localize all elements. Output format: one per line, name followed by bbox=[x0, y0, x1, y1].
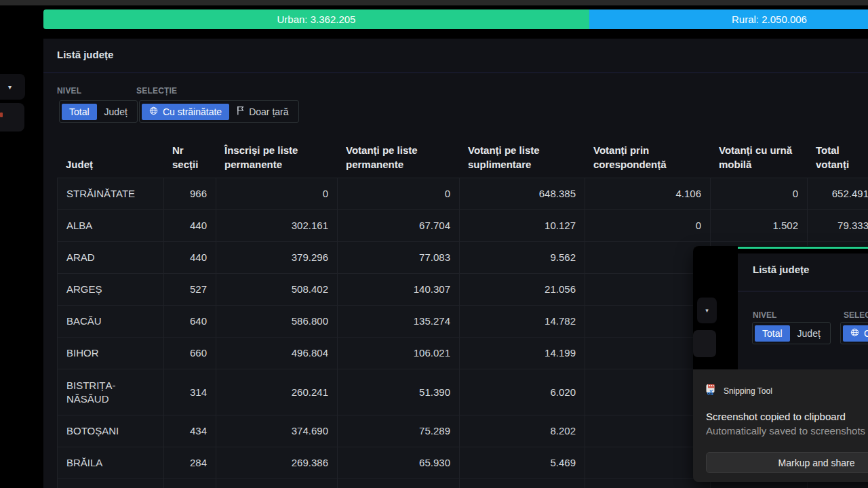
nivel-option-total[interactable]: Total bbox=[62, 104, 97, 120]
table-cell: 508.402 bbox=[216, 274, 337, 305]
sidebar-collapse-button[interactable]: ▾ bbox=[0, 74, 25, 100]
table-header-row: JudețNr secțiiÎnscriși pe liste permanen… bbox=[57, 135, 868, 178]
nivel-option-total-label: Total bbox=[69, 106, 90, 117]
preview-nivel-total: Total bbox=[755, 325, 790, 342]
preview-nivel-judet: Județ bbox=[790, 325, 828, 342]
table-cell: 51.390 bbox=[337, 369, 459, 415]
toast-subtitle: Automatically saved to screenshots fo bbox=[706, 425, 868, 436]
table-cell: 140.307 bbox=[337, 274, 459, 305]
column-header[interactable]: Votanți cu urnă mobilă bbox=[710, 143, 807, 171]
table-cell: 0 bbox=[710, 178, 807, 209]
nivel-option-judet[interactable]: Județ bbox=[97, 104, 135, 120]
selectie-option-strainatate-label: Cu străinătate bbox=[163, 106, 222, 117]
preview-panel-title: Listă județe bbox=[753, 264, 809, 275]
nivel-option-judet-label: Județ bbox=[104, 106, 127, 117]
column-header[interactable]: Județ bbox=[57, 157, 163, 171]
table-cell: 269.386 bbox=[216, 447, 337, 479]
toast-app-name: Snipping Tool bbox=[724, 386, 772, 396]
table-cell: 966 bbox=[163, 178, 216, 209]
preview-nivel-label: NIVEL bbox=[753, 310, 776, 320]
preview-panel: Listă județe NIVEL SELECȚIE Total Județ … bbox=[738, 253, 868, 369]
table-cell: 6.020 bbox=[459, 369, 585, 415]
table-cell: 21.056 bbox=[459, 274, 585, 305]
table-cell: 440 bbox=[163, 242, 216, 273]
column-header[interactable]: Votanți prin corespondență bbox=[585, 143, 710, 171]
globe-icon bbox=[149, 106, 158, 117]
table-cell: 79.333 bbox=[807, 210, 868, 241]
table-cell: BIHOR bbox=[57, 338, 163, 369]
preview-sidebar-fragment bbox=[693, 330, 716, 357]
column-header[interactable]: Votanți pe liste permanente bbox=[337, 143, 459, 171]
table-cell: 135.274 bbox=[337, 306, 459, 337]
table-cell: 379.296 bbox=[216, 242, 337, 273]
panel-title: Listă județe bbox=[57, 49, 113, 60]
table-cell: 652.491 bbox=[807, 178, 868, 209]
nivel-radio-group: Total Județ bbox=[59, 100, 138, 123]
table-cell: 106.021 bbox=[337, 338, 459, 369]
table-cell: 67.704 bbox=[337, 210, 459, 241]
preview-nivel-judet-label: Județ bbox=[797, 328, 821, 339]
table-cell: 1.502 bbox=[710, 210, 807, 241]
table-cell: 0 bbox=[337, 178, 459, 209]
nivel-label: NIVEL bbox=[57, 86, 81, 96]
table-cell: 314 bbox=[163, 369, 216, 415]
preview-selectie-strainatate: Cu străinătate bbox=[843, 325, 868, 342]
toast-title: Screenshot copied to clipboard bbox=[706, 411, 846, 422]
table-cell bbox=[337, 479, 459, 488]
table-cell: 527 bbox=[163, 274, 216, 305]
table-row: ALBA440302.16167.70410.12701.50279.333 bbox=[57, 209, 868, 241]
table-cell: 660 bbox=[163, 338, 216, 369]
preview-globe-icon bbox=[850, 328, 859, 339]
table-cell bbox=[585, 338, 710, 369]
table-cell: 9.562 bbox=[459, 242, 585, 273]
column-header[interactable]: Înscriși pe liste permanente bbox=[216, 143, 337, 171]
table-cell: 260.241 bbox=[216, 369, 337, 415]
table-cell: 0 bbox=[216, 178, 337, 209]
table-cell bbox=[459, 479, 585, 488]
table-cell: 496.804 bbox=[216, 338, 337, 369]
table-cell: ALBA bbox=[57, 210, 163, 241]
chevron-down-icon: ▾ bbox=[8, 83, 12, 91]
table-cell: 14.199 bbox=[459, 338, 585, 369]
table-cell bbox=[585, 479, 710, 488]
table-cell bbox=[585, 415, 710, 447]
table-cell: STRĂINĂTATE bbox=[57, 178, 163, 209]
table-cell bbox=[57, 479, 163, 488]
table-cell: BISTRIȚA-NĂSĂUD bbox=[57, 369, 163, 415]
sidebar-red-fragment bbox=[0, 113, 3, 117]
table-cell bbox=[585, 274, 710, 305]
table-cell bbox=[585, 242, 710, 273]
preview-collapse-button: ▾ bbox=[697, 298, 717, 323]
table-cell: 374.690 bbox=[216, 415, 337, 447]
snipping-tool-icon bbox=[705, 384, 717, 398]
table-cell: 10.127 bbox=[459, 210, 585, 241]
table-cell bbox=[216, 479, 337, 488]
column-header[interactable]: Votanți pe liste suplimentare bbox=[459, 143, 585, 171]
selectie-radio-group: Cu străinătate Doar țară bbox=[139, 100, 299, 123]
urban-rural-bar: Urban: 3.362.205Rural: 2.050.006 bbox=[43, 9, 868, 29]
table-cell bbox=[585, 447, 710, 479]
markup-and-share-label: Markup and share bbox=[778, 458, 855, 468]
selectie-label: SELECȚIE bbox=[136, 86, 177, 96]
table-cell: 302.161 bbox=[216, 210, 337, 241]
toast-body: Snipping Tool Screenshot copied to clipb… bbox=[693, 369, 868, 482]
table-cell bbox=[163, 479, 216, 488]
table-cell bbox=[585, 369, 710, 415]
table-cell: 65.930 bbox=[337, 447, 459, 479]
preview-selectie-label: SELECȚIE bbox=[844, 310, 868, 320]
markup-and-share-button[interactable]: Markup and share bbox=[706, 452, 868, 473]
selectie-option-tara-label: Doar țară bbox=[249, 106, 288, 117]
column-header[interactable]: Nr secții bbox=[163, 143, 216, 171]
table-cell: 5.469 bbox=[459, 447, 585, 479]
column-header[interactable]: Total votanți bbox=[807, 143, 868, 171]
preview-chevron-down-icon: ▾ bbox=[705, 307, 709, 314]
selectie-option-strainatate[interactable]: Cu străinătate bbox=[142, 104, 229, 120]
table-cell: 4.106 bbox=[585, 178, 710, 209]
bar-segment-rural: Rural: 2.050.006 bbox=[589, 9, 868, 29]
table-cell: 284 bbox=[163, 447, 216, 479]
preview-green-bar bbox=[738, 247, 868, 249]
table-cell: 648.385 bbox=[459, 178, 585, 209]
selectie-option-tara[interactable]: Doar țară bbox=[229, 103, 296, 120]
screenshot-preview-thumbnail[interactable]: ▾ Listă județe NIVEL SELECȚIE Total Jude… bbox=[693, 246, 868, 369]
preview-selectie-strainatate-label: Cu străinătate bbox=[864, 328, 868, 339]
